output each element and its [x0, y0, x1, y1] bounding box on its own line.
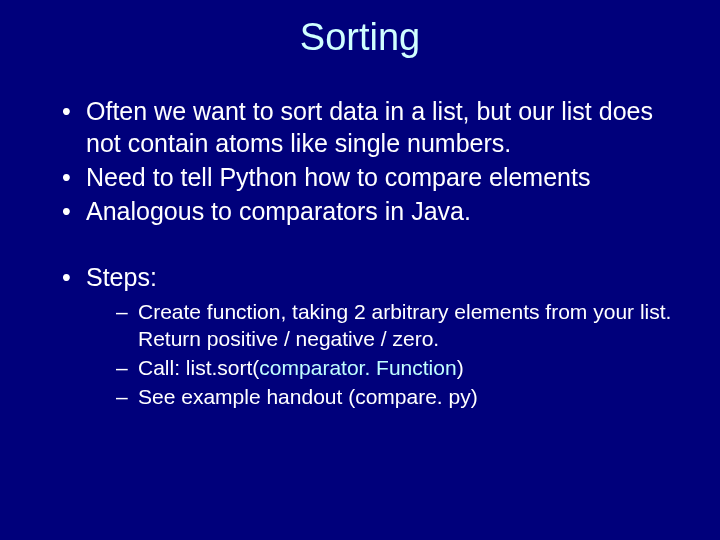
- code-accent: comparator. Function: [259, 356, 456, 379]
- sub-text: Call: list.sort(: [138, 356, 259, 379]
- bullet-item: Analogous to comparators in Java.: [62, 195, 680, 227]
- sub-item: Create function, taking 2 arbitrary elem…: [116, 299, 680, 353]
- bullet-item-steps: Steps: Create function, taking 2 arbitra…: [62, 261, 680, 411]
- sub-item: Call: list.sort(comparator. Function): [116, 355, 680, 382]
- bullet-item: Need to tell Python how to compare eleme…: [62, 161, 680, 193]
- bullet-list: Steps: Create function, taking 2 arbitra…: [62, 261, 680, 411]
- slide-title: Sorting: [40, 16, 680, 59]
- bullet-item: Often we want to sort data in a list, bu…: [62, 95, 680, 159]
- sub-text: ): [457, 356, 464, 379]
- sub-list: Create function, taking 2 arbitrary elem…: [116, 299, 680, 411]
- bullet-text: Steps:: [86, 263, 157, 291]
- bullet-list: Often we want to sort data in a list, bu…: [62, 95, 680, 227]
- sub-item: See example handout (compare. py): [116, 384, 680, 411]
